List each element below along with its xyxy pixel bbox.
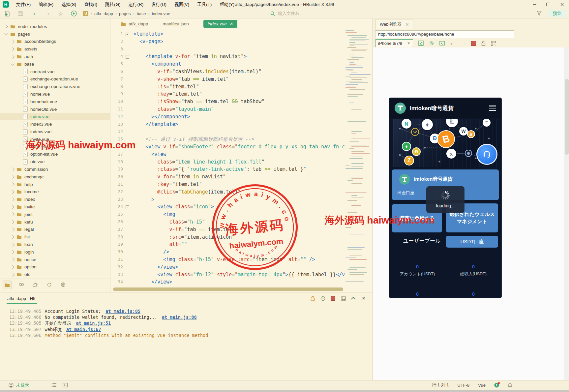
fold-icon[interactable] (126, 33, 129, 36)
tree-item-otc.vue[interactable]: Votc.vue (0, 158, 110, 166)
usdt-account-button[interactable]: USDT口座 (446, 236, 498, 248)
chevron-right-icon[interactable] (11, 227, 14, 231)
minimize-button[interactable] (527, 0, 541, 9)
fold-icon[interactable] (126, 55, 129, 59)
chevron-right-icon[interactable] (11, 167, 14, 171)
chevron-down-icon[interactable] (4, 32, 8, 35)
tree-item-notice[interactable]: notice (0, 256, 110, 263)
editor-tab-index.vue[interactable]: index.vue✕ (203, 20, 237, 28)
forward-icon[interactable]: › (44, 10, 52, 17)
log-source-link[interactable]: at main.js:88 (162, 315, 197, 320)
tree-item-base[interactable]: base (0, 60, 110, 68)
breadcrumb-item[interactable]: index.vue (152, 11, 170, 16)
nav-forward-icon[interactable]: → (461, 41, 466, 46)
menu-item-发行U[interactable]: 发行(U) (147, 0, 170, 9)
tree-item-legal[interactable]: legal (0, 226, 110, 233)
collapse-panel-icon[interactable] (350, 295, 356, 301)
preview-scrollbar[interactable] (564, 47, 569, 380)
screenshot-icon[interactable] (340, 295, 346, 301)
tree-item-option[interactable]: option (0, 263, 110, 271)
tree-item-loan[interactable]: loan (0, 241, 110, 248)
chevron-right-icon[interactable] (11, 190, 14, 194)
file-type[interactable]: Vue (478, 383, 486, 388)
chevron-right-icon[interactable] (11, 175, 14, 179)
tree-item-help[interactable]: help (0, 181, 110, 188)
chevron-right-icon[interactable] (4, 25, 8, 28)
terminal-icon[interactable] (63, 383, 68, 387)
chevron-right-icon[interactable] (11, 213, 14, 216)
tree-item-kefu[interactable]: kefu (0, 218, 110, 226)
device-select[interactable]: iPhone 6/7/8 (375, 39, 413, 47)
editor-tab-atfx_dapp[interactable]: atfx_dapp (121, 21, 148, 26)
maximize-button[interactable] (541, 0, 555, 9)
url-input[interactable]: http://localhost:8080/#/pages/base/none (375, 30, 514, 38)
menu-item-帮助Y[interactable]: 帮助(Y) (216, 0, 238, 9)
chevron-right-icon[interactable] (11, 197, 14, 201)
menu-item-文件F[interactable]: 文件(F) (12, 0, 35, 9)
close-button[interactable]: ✕ (555, 0, 569, 9)
tree-item-exchange[interactable]: exchange (0, 173, 110, 181)
chevron-right-icon[interactable] (11, 257, 14, 261)
chevron-right-icon[interactable] (11, 265, 14, 269)
minimap[interactable] (345, 30, 372, 288)
tree-item-home.vue[interactable]: Vhome.vue (0, 90, 110, 98)
chevron-right-icon[interactable] (11, 47, 14, 51)
stop-server-icon[interactable] (471, 41, 476, 46)
notification-bell-icon[interactable] (508, 383, 512, 388)
tree-item-exchange-operation.vue[interactable]: Vexchange-operation.vue (0, 75, 110, 83)
devtools-console-icon[interactable] (439, 41, 445, 45)
log-source-link[interactable]: at main.js:51 (76, 320, 111, 326)
history-icon[interactable] (320, 295, 326, 301)
back-icon[interactable]: ‹ (30, 10, 38, 17)
tree-item-homeOld.vue[interactable]: VhomeOld.vue (0, 106, 110, 113)
stop-icon[interactable] (330, 295, 336, 301)
tree-item-assets[interactable]: assets (0, 45, 110, 53)
filter-icon[interactable] (537, 11, 542, 15)
sync-view-icon[interactable] (45, 281, 53, 288)
chevron-right-icon[interactable] (11, 243, 14, 246)
login-status[interactable]: 未登录 (16, 382, 29, 388)
menu-item-选择S[interactable]: 选择(S) (57, 0, 80, 9)
tree-item-accountSettings[interactable]: accountSettings (0, 38, 110, 45)
save-icon[interactable] (16, 10, 24, 17)
tree-item-pages[interactable]: pages (0, 30, 110, 38)
nav-back-icon[interactable]: ← (450, 41, 455, 46)
encoding[interactable]: UTF-8 (458, 383, 470, 388)
debug-view-icon[interactable] (31, 281, 40, 288)
outline-icon[interactable] (51, 383, 57, 387)
breadcrumb-item[interactable]: atfx_dapp (94, 11, 113, 16)
tree-item-income[interactable]: income (0, 188, 110, 196)
chevron-right-icon[interactable] (11, 220, 14, 224)
browser-tab[interactable]: Web浏览器 ✕ (375, 19, 413, 29)
open-external-icon[interactable] (418, 41, 424, 46)
unlock-icon[interactable] (481, 41, 486, 46)
tree-item-exchange-operations.vue[interactable]: Vexchange-operations.vue (0, 83, 110, 90)
extensions-view-icon[interactable] (59, 281, 67, 288)
console-tab[interactable]: atfx_dapp - H5 (7, 296, 35, 301)
file-search-input[interactable]: 输入文件名 (270, 10, 501, 17)
tree-item-list[interactable]: list (0, 233, 110, 241)
tree-item-contract.vue[interactable]: Vcontract.vue (0, 68, 110, 75)
tree-item-index.vue[interactable]: Vindex.vue (0, 113, 110, 121)
fold-icon[interactable] (126, 205, 129, 209)
tree-item-homebak.vue[interactable]: Vhomebak.vue (0, 98, 110, 106)
tree-item-node_modules[interactable]: node_modules (0, 23, 110, 30)
log-source-link[interactable]: at main.js:85 (105, 309, 140, 314)
chevron-right-icon[interactable] (11, 182, 14, 186)
tree-item-indexs.vue[interactable]: Vindexs.vue (0, 128, 110, 136)
tree-item-invite[interactable]: invite (0, 203, 110, 211)
qr-code-icon[interactable] (491, 41, 496, 46)
tree-item-index[interactable]: index (0, 196, 110, 203)
chevron-right-icon[interactable] (11, 235, 14, 239)
preview-button[interactable]: 预览 (548, 10, 566, 17)
breadcrumb-item[interactable]: base (137, 11, 146, 16)
menu-item-工具T[interactable]: 工具(T) (193, 0, 216, 9)
tree-item-otc[interactable]: otc (0, 271, 110, 278)
menu-item-运行R[interactable]: 运行(R) (125, 0, 148, 9)
chevron-right-icon[interactable] (11, 205, 14, 209)
support-chat-button[interactable] (476, 144, 497, 165)
menu-item-编辑E[interactable]: 编辑(E) (35, 0, 57, 9)
files-view-icon[interactable] (3, 281, 12, 289)
menu-item-视图V[interactable]: 视图(V) (170, 0, 193, 9)
tree-item-login[interactable]: login (0, 248, 110, 256)
